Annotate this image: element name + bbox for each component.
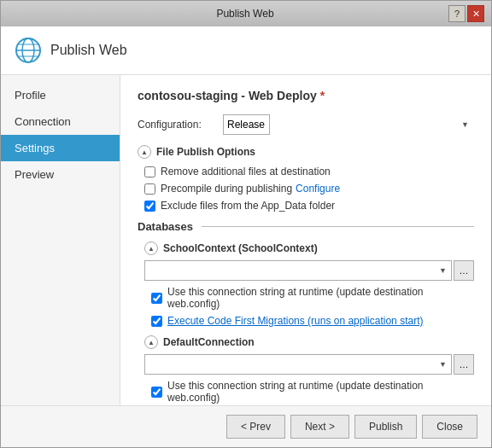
school-context-title: SchoolContext (SchoolContext): [163, 242, 318, 254]
close-button[interactable]: ✕: [467, 5, 484, 22]
precompile-configure-link[interactable]: Configure: [296, 183, 340, 195]
dialog-body: Profile Connection Settings Preview cont…: [1, 75, 491, 405]
asterisk: *: [320, 89, 325, 102]
databases-label: Databases: [138, 220, 193, 233]
default-conn-runtime-checkbox[interactable]: [151, 387, 162, 398]
precompile-label: Precompile during publishing: [161, 183, 292, 195]
publish-button[interactable]: Publish: [354, 415, 417, 439]
publish-web-dialog: Publish Web ? ✕ Publish Web Profile Conn…: [0, 0, 492, 448]
help-button[interactable]: ?: [448, 5, 466, 22]
configuration-select-wrapper: Release Debug: [223, 114, 474, 135]
precompile-checkbox[interactable]: [144, 183, 155, 195]
close-footer-button[interactable]: Close: [422, 415, 477, 439]
content-title: contosou-staging - Web Deploy *: [138, 89, 474, 102]
default-connection-select-wrapper: [144, 354, 452, 375]
configuration-label: Configuration:: [138, 119, 223, 131]
file-publish-collapse-btn[interactable]: ▲: [138, 145, 151, 159]
default-connection-title: DefaultConnection: [163, 336, 255, 348]
prev-button[interactable]: < Prev: [226, 415, 285, 439]
school-context-select-wrapper: [144, 260, 452, 281]
default-connection-header: ▲ DefaultConnection: [144, 335, 474, 349]
school-context-section: ▲ SchoolContext (SchoolContext) … Use th…: [138, 241, 474, 327]
school-context-select-row: …: [144, 260, 474, 281]
configuration-select[interactable]: Release Debug: [223, 114, 270, 135]
remove-files-checkbox[interactable]: [144, 166, 155, 177]
dialog-footer: < Prev Next > Publish Close: [1, 405, 491, 447]
school-code-first-row: Execute Code First Migrations (runs on a…: [144, 315, 474, 327]
exclude-app-data-checkbox[interactable]: [144, 201, 155, 212]
school-context-select[interactable]: [144, 260, 452, 281]
precompile-row: Precompile during publishing Configure: [138, 183, 474, 195]
next-button[interactable]: Next >: [290, 415, 349, 439]
sidebar-item-connection[interactable]: Connection: [1, 108, 120, 135]
default-connection-browse-btn[interactable]: …: [454, 354, 474, 375]
globe-icon: [15, 37, 42, 64]
dialog-header-title: Publish Web: [50, 43, 127, 58]
school-code-first-label: Execute Code First Migrations (runs on a…: [167, 315, 423, 327]
school-context-header: ▲ SchoolContext (SchoolContext): [144, 241, 474, 255]
default-connection-select[interactable]: [144, 354, 452, 375]
default-connection-section: ▲ DefaultConnection … Use this connectio…: [138, 335, 474, 405]
school-conn-runtime-label: Use this connection string at runtime (u…: [167, 286, 474, 310]
dialog-header: Publish Web: [1, 26, 491, 75]
school-conn-runtime-checkbox[interactable]: [151, 293, 162, 304]
title-bar: Publish Web ? ✕: [1, 1, 491, 26]
school-code-first-checkbox[interactable]: [151, 316, 162, 327]
school-context-collapse-btn[interactable]: ▲: [144, 241, 158, 255]
default-connection-select-row: …: [144, 354, 474, 375]
default-conn-runtime-label: Use this connection string at runtime (u…: [167, 380, 474, 404]
school-conn-runtime-row: Use this connection string at runtime (u…: [144, 286, 474, 310]
sidebar-item-settings[interactable]: Settings: [1, 135, 120, 161]
databases-divider-line: [202, 226, 474, 227]
main-content: contosou-staging - Web Deploy * Configur…: [120, 75, 491, 405]
configuration-row: Configuration: Release Debug: [138, 114, 474, 135]
databases-divider: Databases: [138, 220, 474, 233]
file-publish-section-title: File Publish Options: [156, 146, 255, 158]
title-bar-text: Publish Web: [42, 8, 448, 20]
default-conn-runtime-row: Use this connection string at runtime (u…: [144, 380, 474, 404]
file-publish-section-header: ▲ File Publish Options: [138, 145, 474, 159]
sidebar-item-preview[interactable]: Preview: [1, 161, 120, 188]
school-context-browse-btn[interactable]: …: [454, 260, 474, 281]
remove-files-row: Remove additional files at destination: [138, 166, 474, 177]
title-bar-controls: ? ✕: [448, 5, 484, 22]
exclude-app-data-label: Exclude files from the App_Data folder: [161, 200, 335, 212]
exclude-app-data-row: Exclude files from the App_Data folder: [138, 200, 474, 212]
sidebar-item-profile[interactable]: Profile: [1, 82, 120, 108]
default-connection-collapse-btn[interactable]: ▲: [144, 335, 158, 349]
remove-files-label: Remove additional files at destination: [161, 166, 331, 177]
sidebar: Profile Connection Settings Preview: [1, 75, 120, 405]
